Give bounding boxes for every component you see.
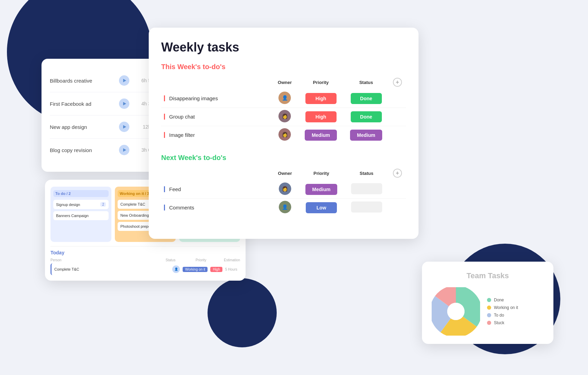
task-extra-cell (389, 199, 406, 217)
kanban-task-banners[interactable]: Banners Campaign (53, 211, 109, 220)
kanban-col-todo: To do / 2 Signup design 2 Banners Campai… (50, 187, 111, 242)
legend-done: Done (487, 298, 518, 302)
today-task-name: Complete T&C (54, 267, 169, 271)
task-name: Image filter (164, 132, 195, 138)
task-extra-cell (389, 126, 406, 144)
today-task-row: Complete T&C 👤 Working on it High 5 Hour… (50, 263, 240, 275)
table-row: Image filter 👩 Medium Medium (161, 126, 406, 144)
col-status: Status (344, 166, 389, 180)
team-chart-area: Done Working on it To do Stuck (432, 287, 544, 336)
priority-badge[interactable]: Low (306, 202, 337, 213)
today-col-estimation: Estimation (216, 258, 240, 262)
add-button-next-week[interactable]: + (393, 169, 402, 178)
today-col-priority: Priority (189, 258, 213, 262)
weekly-tasks-title: Weekly tasks (161, 40, 406, 55)
pie-chart (432, 287, 480, 336)
kanban-task-label: Signup design (56, 203, 80, 207)
task-extra-cell (389, 108, 406, 126)
time-task-label: Blog copy revision (50, 147, 114, 153)
time-value-billboards: 6h 5 (134, 78, 151, 83)
add-button-this-week[interactable]: + (393, 78, 402, 87)
avatar: 👩 (278, 128, 291, 141)
play-button-billboards[interactable] (119, 75, 129, 86)
time-item-billboards: Billboards creative 6h 5 (50, 69, 151, 92)
priority-badge[interactable]: Medium (305, 130, 337, 141)
play-button-blog[interactable] (119, 145, 129, 155)
next-week-header-row: Owner Priority Status + (161, 166, 406, 180)
priority-badge[interactable]: High (305, 111, 337, 122)
task-status-cell: Done (343, 90, 389, 108)
task-owner-cell: 👩 (272, 180, 298, 199)
kanban-badge: 2 (100, 202, 106, 207)
table-row: Feed 👩 Medium (161, 180, 406, 199)
team-tasks-title: Team Tasks (432, 271, 544, 280)
time-task-label: First Facebook ad (50, 101, 114, 107)
task-status-cell (344, 199, 389, 217)
play-button-app[interactable] (119, 122, 129, 132)
play-button-facebook[interactable] (119, 99, 129, 109)
task-priority-cell: High (298, 108, 343, 126)
legend-working: Working on it (487, 305, 518, 310)
task-owner-cell: 👩 (272, 108, 298, 126)
table-row: Comments 👤 Low (161, 199, 406, 217)
legend-dot-done (487, 298, 491, 302)
legend-dot-todo (487, 313, 491, 317)
bg-circle-bottom-mid (208, 278, 277, 347)
pie-chart-svg (432, 287, 480, 336)
col-task-name (161, 75, 272, 90)
time-value-facebook: 4h 3 (134, 101, 151, 106)
priority-badge[interactable]: High (305, 93, 337, 104)
avatar: 👤 (278, 92, 291, 104)
task-owner-cell: 👩 (272, 126, 298, 144)
col-owner: Owner (272, 166, 298, 180)
today-col-person: Person (50, 258, 152, 262)
table-row: Group chat 👩 High Done (161, 108, 406, 126)
status-empty (351, 183, 382, 194)
avatar-inner: 👩 (279, 182, 291, 195)
kanban-task-signup[interactable]: Signup design 2 (53, 200, 109, 209)
legend-todo: To do (487, 313, 518, 318)
today-col-status: Status (155, 258, 186, 262)
col-task-name (161, 166, 272, 180)
time-item-blog: Blog copy revision 3h 0 (50, 139, 151, 161)
next-week-table: Owner Priority Status + Feed 👩 Medium (161, 166, 406, 217)
next-week-title: Next Week's to-do's (161, 154, 406, 162)
avatar-inner: 👩 (278, 110, 291, 122)
legend-label-done: Done (494, 298, 504, 302)
task-priority-cell: High (298, 90, 343, 108)
time-item-facebook: First Facebook ad 4h 3 (50, 92, 151, 115)
legend-label-working: Working on it (494, 305, 518, 310)
today-estimation: 5 Hours (225, 268, 237, 271)
task-status-cell: Medium (343, 126, 389, 144)
time-task-label: Billboards creative (50, 78, 114, 84)
task-name: Disappearing images (164, 95, 218, 101)
avatar-inner: 👤 (278, 92, 291, 104)
col-priority: Priority (298, 166, 344, 180)
time-item-app: New app design 12h (50, 115, 151, 139)
team-legend: Done Working on it To do Stuck (487, 298, 518, 325)
status-badge[interactable]: Done (351, 93, 382, 104)
table-row: Disappearing images 👤 High Done (161, 90, 406, 108)
today-priority-badge: High (210, 267, 222, 272)
task-owner-cell: 👤 (272, 199, 298, 217)
col-status: Status (343, 75, 389, 90)
task-name: Feed (164, 186, 181, 192)
status-badge[interactable]: Medium (350, 130, 382, 141)
status-badge[interactable]: Done (351, 111, 382, 122)
time-value-app: 12h (134, 124, 151, 130)
today-status-badge: Working on it (183, 267, 208, 272)
task-extra-cell (389, 90, 406, 108)
task-owner-cell: 👤 (272, 90, 298, 108)
legend-dot-stuck (487, 321, 491, 325)
legend-label-todo: To do (494, 313, 504, 318)
today-header: Today (50, 250, 240, 255)
priority-badge[interactable]: Medium (305, 184, 338, 195)
avatar: 👩 (279, 182, 291, 195)
legend-label-stuck: Stuck (494, 320, 504, 325)
this-week-table: Owner Priority Status + Disappearing ima… (161, 75, 406, 144)
col-add: + (389, 166, 406, 180)
time-task-label: New app design (50, 124, 114, 130)
today-section: Today Person Status Priority Estimation … (50, 246, 240, 275)
col-owner: Owner (272, 75, 298, 90)
task-priority-cell: Medium (298, 180, 344, 199)
